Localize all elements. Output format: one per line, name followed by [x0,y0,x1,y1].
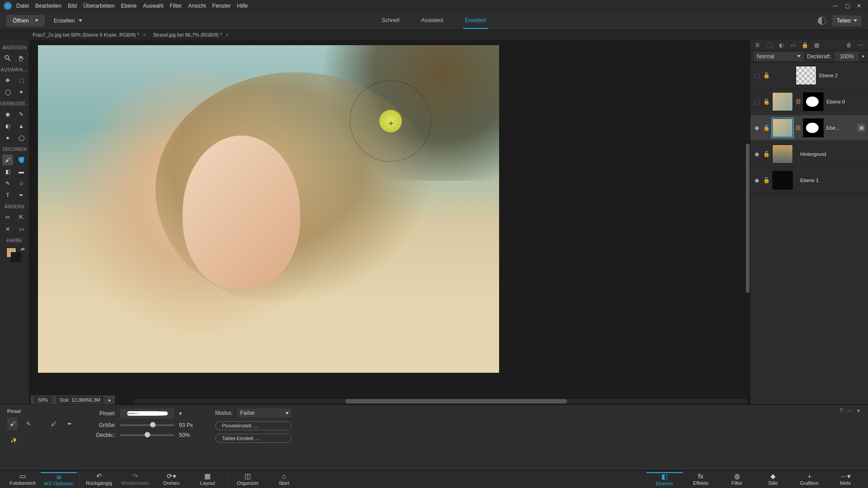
layer-effects-icon[interactable]: ▦ [813,42,820,49]
layer-name[interactable]: Ebene 1 [796,178,865,183]
marquee-tool-icon[interactable]: ⬚ [16,75,27,86]
eraser-tool-icon[interactable]: ◧ [2,166,13,177]
bottom-filter[interactable]: ◍ Filter [719,472,755,486]
layer-fx-icon[interactable]: ▦ [857,124,865,132]
bottom-fotobereich[interactable]: ▭ Fotobereich [5,472,41,486]
visibility-toggle-icon[interactable]: ◯ [753,99,760,105]
bottom-organizer[interactable]: ◫ Organizer [230,472,266,486]
clone-stamp-tool-icon[interactable]: ▲ [16,121,27,131]
layer-row[interactable]: ◯ 🔓 ⛓ Ebene 0 [750,89,868,115]
pencil-tool-icon[interactable]: ✎ [2,178,13,189]
spot-heal-tool-icon[interactable]: ◐ [2,121,13,131]
blur-tool-icon[interactable]: ● [2,132,13,143]
doc-tab-1[interactable]: Frau7_2x.jpg bei 50% (Ebene 0 Kopie, RGB… [33,32,146,38]
layer-row[interactable]: ◉ 🔓 Ebene 1 [750,167,868,193]
lock-icon[interactable]: 🔓 [763,125,769,131]
bottom-rueckgaengig[interactable]: ↶ Rückgängig [81,472,117,486]
wand-tool-icon[interactable]: ✦ [16,87,27,98]
lock-layer-icon[interactable]: 🔒 [801,42,808,49]
visibility-toggle-icon[interactable]: ◉ [753,177,760,183]
bottom-stile[interactable]: ◆ Stile [755,472,791,486]
brush-variant-3-icon[interactable]: 🖊 [48,418,59,430]
brush-preset-dropdown[interactable] [120,408,175,418]
doc-tab-2[interactable]: Strand.jpg bei 66,7% (RGB/8) * × [153,32,228,38]
brush-settings-button[interactable]: Pinseleinstell. ... [215,421,292,430]
layer-thumbnail[interactable] [772,171,793,190]
document-canvas[interactable] [38,45,499,373]
close-icon[interactable]: ✕ [854,2,864,10]
layer-opacity-field[interactable]: 100% [835,52,859,61]
bottom-grafiken[interactable]: ＋ Grafiken [791,472,827,486]
visibility-toggle-icon[interactable]: ◉ [753,125,760,131]
brush-opacity-slider[interactable] [120,434,175,436]
menu-bearbeiten[interactable]: Bearbeiten [35,3,61,9]
vertical-scrollbar[interactable] [745,44,750,395]
layer-thumbnail[interactable] [796,66,816,85]
close-icon[interactable]: × [226,32,228,38]
share-button[interactable]: Teilen [832,15,862,26]
sponge-tool-icon[interactable]: ◯ [16,132,27,143]
canvas-area[interactable]: ＋ 50% Dok: 12,0M/66,3M ▸ [29,40,750,404]
blend-mode-dropdown[interactable]: Normal [754,52,803,61]
tablet-settings-button[interactable]: Tablet-Einstell. ... [215,434,292,443]
panel-menu-icon[interactable]: ⋯ [847,408,853,414]
shape-tool-icon[interactable]: ☆ [16,178,27,189]
menu-ueberarbeiten[interactable]: Überarbeiten [83,3,114,9]
menu-ebene[interactable]: Ebene [121,3,137,9]
theme-toggle-icon[interactable] [818,17,826,25]
menu-auswahl[interactable]: Auswahl [143,3,163,9]
pen-tool-icon[interactable]: ✒ [16,190,27,201]
layer-row[interactable]: ◉ 🔓 ⛓ Ebe... ▦ [750,115,868,141]
visibility-toggle-icon[interactable]: ◉ [753,151,760,157]
brush-variant-5-icon[interactable]: ✨ [7,434,20,446]
crop-tool-icon[interactable]: ✂ [2,212,13,223]
adjustment-layer-icon[interactable]: ◐ [778,42,785,49]
menu-datei[interactable]: Datei [16,3,29,9]
link-icon[interactable]: ⛓ [796,125,800,131]
layer-thumbnail[interactable] [772,118,793,137]
tab-assistent[interactable]: Assistent [420,13,445,29]
chevron-down-icon[interactable]: ▾ [179,410,182,417]
new-layer-icon[interactable]: 🗎 [754,42,761,49]
layer-name[interactable]: Hintergrund [796,151,865,157]
menu-ansicht[interactable]: Ansicht [188,3,206,9]
bottom-layout[interactable]: ▦ Layout [189,472,226,486]
redeye-tool-icon[interactable]: ◉ [2,109,13,120]
help-icon[interactable]: ? [840,408,843,414]
layer-mask-icon[interactable]: ▭ [789,42,797,49]
layer-mask-thumbnail[interactable] [803,92,824,111]
bottom-drehen[interactable]: ⟳▾ Drehen [153,472,189,486]
link-icon[interactable]: ⛓ [796,99,800,105]
lasso-tool-icon[interactable]: ◯ [2,87,13,98]
menu-hilfe[interactable]: Hilfe [237,3,248,9]
layer-name[interactable]: Ebe... [826,125,854,131]
brush-opacity-value[interactable]: 50% [179,432,197,438]
gradient-tool-icon[interactable]: ▬ [16,166,27,177]
paint-bucket-tool-icon[interactable]: 🪣 [16,155,27,165]
type-tool-icon[interactable]: T [2,190,13,201]
create-dropdown[interactable]: Erstellen [54,18,82,24]
visibility-toggle-icon[interactable]: ◯ [753,72,760,79]
lock-icon[interactable]: 🔓 [763,151,769,157]
bottom-start[interactable]: ⌂ Start [266,472,302,486]
layer-thumbnail[interactable] [772,92,793,111]
brush-variant-4-icon[interactable]: ✒ [65,418,75,430]
bottom-ebenen[interactable]: ◧ Ebenen [646,472,683,486]
background-color-swatch[interactable] [11,252,21,262]
zoom-level[interactable]: 50% [34,396,52,404]
layer-row[interactable]: ◉ 🔓 Hintergrund [750,141,868,167]
layer-name[interactable]: Ebene 2 [819,73,865,78]
size-slider[interactable] [120,424,175,426]
statusbar-chevron-icon[interactable]: ▸ [108,397,111,403]
brush-variant-2-icon[interactable]: ✎ [23,418,33,430]
maximize-icon[interactable]: ▢ [842,2,853,10]
vertical-scrollbar-thumb[interactable] [746,144,750,293]
layer-row[interactable]: ◯ 🔓 Ebene 2 [750,62,868,89]
collapse-icon[interactable]: ▾ [857,408,860,414]
lock-icon[interactable]: 🔓 [763,72,769,79]
zoom-tool-icon[interactable] [2,53,13,64]
bottom-wiederholen[interactable]: ↷ Wiederholen [117,472,153,486]
bottom-mehr[interactable]: ⋯▾ Mehr [827,472,863,486]
whiten-tool-icon[interactable]: ✎ [16,109,27,120]
straighten-tool-icon[interactable]: ▭ [16,224,27,235]
